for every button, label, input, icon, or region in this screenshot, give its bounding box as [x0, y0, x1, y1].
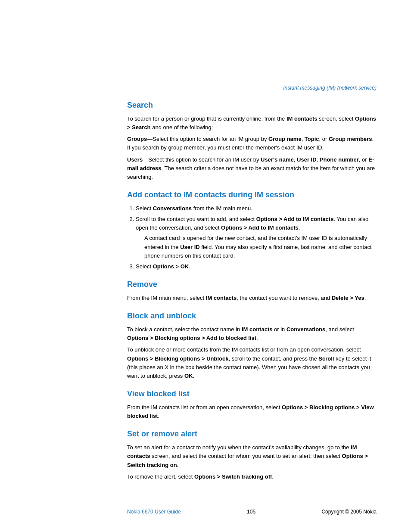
step-3: Select Options > OK. — [136, 262, 377, 271]
step-1: Select Conversations from the IM main me… — [136, 204, 377, 213]
footer-left: Nokia 6670 User Guide — [127, 508, 181, 516]
footer-center: 105 — [247, 508, 255, 516]
search-intro: To search for a person or group that is … — [127, 115, 377, 132]
page: Instant messaging (IM) (network service)… — [0, 0, 411, 532]
step-2: Scroll to the contact you want to add, a… — [136, 215, 377, 260]
remove-alert-text: To remove the alert, select Options > Sw… — [127, 473, 377, 481]
header-italic: Instant messaging (IM) (network service) — [127, 84, 377, 92]
section-title-block-unblock: Block and unblock — [127, 310, 377, 322]
set-alert-text: To set an alert for a contact to notify … — [127, 443, 377, 469]
content-area: Instant messaging (IM) (network service)… — [0, 0, 411, 510]
unblock-text: To unblock one or more contacts from the… — [127, 345, 377, 380]
footer-right: Copyright © 2005 Nokia — [321, 508, 377, 516]
step-2-note: A contact card is opened for the new con… — [144, 234, 377, 260]
section-title-view-blocked: View blocked list — [127, 388, 377, 400]
footer: Nokia 6670 User Guide 105 Copyright © 20… — [0, 508, 411, 516]
section-title-set-remove-alert: Set or remove alert — [127, 428, 377, 440]
add-contact-steps: Select Conversations from the IM main me… — [136, 204, 377, 271]
section-title-search: Search — [127, 100, 377, 111]
search-groups: Groups—Select this option to search for … — [127, 135, 377, 152]
section-title-remove: Remove — [127, 279, 377, 290]
remove-text: From the IM main menu, select IM contact… — [127, 294, 377, 302]
block-text: To block a contact, select the contact n… — [127, 325, 377, 342]
search-users: Users—Select this option to search for a… — [127, 156, 377, 181]
view-blocked-text: From the IM contacts list or from an ope… — [127, 403, 377, 420]
section-title-add-contact: Add contact to IM contacts during IM ses… — [127, 189, 377, 201]
